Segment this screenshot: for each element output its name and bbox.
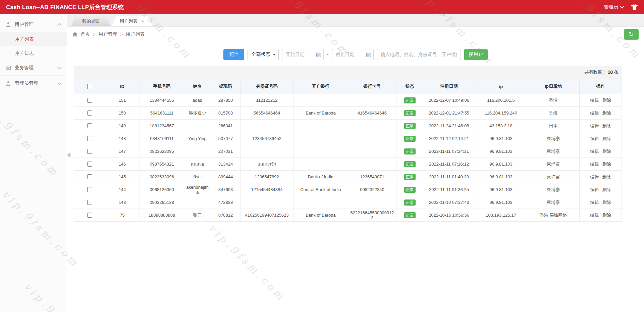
row-checkbox[interactable]: [87, 213, 92, 218]
status-select[interactable]: 全部状态 ▾: [248, 49, 279, 60]
breadcrumb-home[interactable]: 首页: [80, 31, 90, 37]
row-checkbox[interactable]: [87, 149, 92, 154]
select-all-header: [74, 79, 105, 94]
cell-id: 144: [105, 183, 140, 196]
cell-actions: 编辑删除: [580, 132, 622, 145]
row-checkbox[interactable]: [87, 110, 92, 116]
sidebar: 用户管理 用户列表 用户日志 业务管理 管理员管理: [0, 14, 67, 312]
row-checkbox[interactable]: [87, 200, 92, 205]
cell-id_card: [240, 120, 293, 132]
cell-phone: 1881234567: [140, 120, 184, 132]
cell-actions: 编辑删除: [580, 145, 622, 158]
admin-app: Cash Loan--AB FINANCE LLP后台管理系统 管理员 用户管理…: [0, 0, 644, 312]
row-checkbox[interactable]: [87, 136, 92, 141]
breadcrumb-separator: >: [120, 32, 123, 37]
delete-link[interactable]: 删除: [602, 162, 611, 167]
edit-link[interactable]: 编辑: [590, 200, 599, 205]
cell-code: 287850: [211, 94, 240, 107]
cell-region: 柬埔寨: [527, 183, 580, 196]
edit-link[interactable]: 编辑: [590, 136, 599, 141]
cell-date: 2022-12-07 10:49:06: [423, 94, 475, 107]
row-checkbox[interactable]: [87, 187, 92, 192]
edit-link[interactable]: 编辑: [590, 162, 599, 167]
table-row: 1505641631111勝多負少81570356654646464Bank o…: [74, 107, 622, 120]
sidebar-item-label: 用户日志: [15, 50, 34, 56]
sidebar-group-user-management[interactable]: 用户管理: [0, 17, 67, 32]
tab-bar: 我的桌面 用户列表 ×: [67, 14, 644, 27]
cell-phone: 5641631111: [140, 107, 184, 120]
tab-user-list[interactable]: 用户列表 ×: [112, 16, 152, 26]
delete-link[interactable]: 删除: [602, 110, 611, 116]
content-area: 短信 全部状态 ▾ - 搜用户: [67, 42, 644, 312]
table-header-row: ID手机号码姓名提现码身份证号码开户银行银行卡号状态注册日期ipip归属地操作: [74, 79, 622, 94]
cell-date: 2022-11-11 07:34:31: [423, 145, 475, 158]
sidebar-group-admin-management[interactable]: 管理员管理: [0, 76, 67, 91]
theme-tshirt-icon[interactable]: [631, 4, 638, 10]
cell-actions: 编辑删除: [580, 107, 622, 120]
admin-menu[interactable]: 管理员: [604, 4, 624, 10]
breadcrumb-user-list[interactable]: 用户列表: [126, 31, 145, 37]
cell-card: 6222166455000000123: [348, 209, 396, 222]
delete-link[interactable]: 删除: [602, 187, 611, 192]
cell-card: [348, 196, 396, 209]
cell-bank: [293, 158, 348, 171]
breadcrumb-user-management[interactable]: 用户管理: [99, 31, 117, 37]
sidebar-item-user-log[interactable]: 用户日志: [0, 46, 67, 60]
status-badge: 正常: [404, 123, 416, 129]
cell-ip: 96.9.81.103: [475, 196, 527, 209]
close-icon[interactable]: ×: [141, 19, 144, 24]
column-header: 手机号码: [140, 79, 184, 94]
chevron-up-icon: [57, 23, 62, 28]
delete-link[interactable]: 删除: [602, 123, 611, 128]
edit-link[interactable]: 编辑: [590, 213, 599, 218]
cell-name: [184, 120, 211, 132]
row-checkbox[interactable]: [87, 98, 92, 103]
keyword-search-input[interactable]: [377, 52, 461, 57]
tab-my-desktop[interactable]: 我的桌面: [71, 16, 111, 26]
delete-link[interactable]: 删除: [602, 174, 611, 179]
edit-link[interactable]: 编辑: [590, 98, 599, 103]
cell-actions: 编辑删除: [580, 171, 622, 183]
row-checkbox[interactable]: [87, 162, 92, 167]
table-row: 1480848109111Ying Ying507077123456789452…: [74, 132, 622, 145]
row-checkbox[interactable]: [87, 174, 92, 179]
cell-ip: 96.9.81.103: [475, 132, 527, 145]
user-table: ID手机号码姓名提现码身份证号码开户银行银行卡号状态注册日期ipip归属地操作 …: [74, 79, 622, 222]
edit-link[interactable]: 编辑: [590, 123, 599, 128]
sidebar-item-user-list[interactable]: 用户列表: [0, 32, 67, 46]
delete-link[interactable]: 删除: [602, 200, 611, 205]
edit-link[interactable]: 编辑: [590, 149, 599, 154]
column-header: 注册日期: [423, 79, 475, 94]
filter-toolbar: 短信 全部状态 ▾ - 搜用户: [67, 49, 644, 60]
sidebar-group-label: 用户管理: [15, 21, 34, 28]
sidebar-group-business-management[interactable]: 业务管理: [0, 60, 67, 76]
sms-button[interactable]: 短信: [223, 49, 244, 60]
cell-phone: 0987654321: [140, 158, 184, 171]
delete-link[interactable]: 删除: [602, 136, 611, 141]
delete-link[interactable]: 删除: [602, 213, 611, 218]
edit-link[interactable]: 编辑: [590, 110, 599, 116]
edit-link[interactable]: 编辑: [590, 174, 599, 179]
cell-region: 柬埔寨: [527, 196, 580, 209]
status-select-value: 全部状态: [251, 51, 270, 57]
cell-actions: 编辑删除: [580, 158, 622, 171]
cell-name: นิชา: [184, 171, 211, 183]
delete-link[interactable]: 删除: [602, 98, 611, 103]
cell-code: 207031: [211, 145, 240, 158]
row-checkbox[interactable]: [87, 123, 92, 128]
user-icon: [6, 22, 11, 27]
cell-card: [348, 120, 396, 132]
cell-name: 张三: [184, 209, 211, 222]
cell-bank: [293, 132, 348, 145]
status-badge: 正常: [404, 136, 416, 142]
select-all-checkbox[interactable]: [87, 84, 92, 89]
search-user-button[interactable]: 搜用户: [464, 49, 488, 60]
delete-link[interactable]: 删除: [602, 149, 611, 154]
sidebar-collapse-handle[interactable]: [67, 148, 72, 162]
cell-name: Ying Ying: [184, 132, 211, 145]
collapse-left-arrow-icon: [67, 152, 70, 158]
refresh-button[interactable]: ↻: [624, 29, 639, 40]
cell-ip: 116.204.159.240: [475, 107, 527, 120]
edit-link[interactable]: 编辑: [590, 187, 599, 192]
cell-id_card: แถมน่ารัก: [240, 158, 293, 171]
